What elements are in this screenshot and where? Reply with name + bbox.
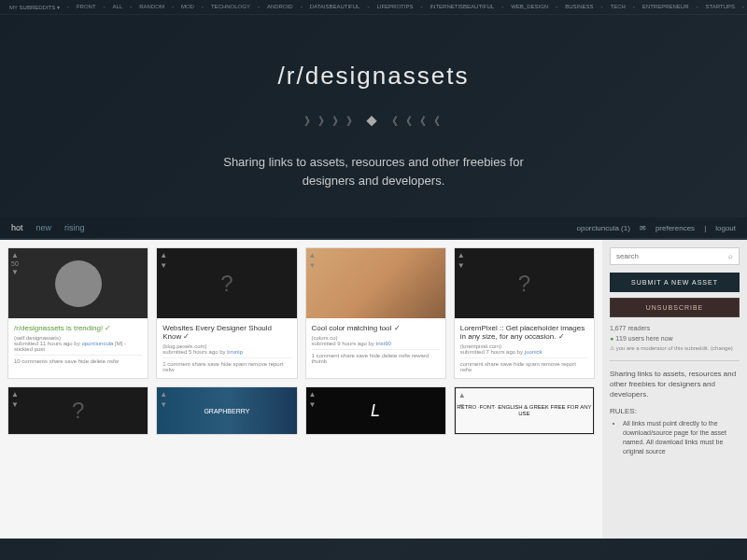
post-thumbnail[interactable]: ▲50▼	[8, 248, 148, 318]
post-actions[interactable]: 1 comment share save hide delete nsfw re…	[312, 349, 440, 364]
downvote-icon[interactable]: ▼	[11, 400, 19, 409]
downvote-icon[interactable]: ▼	[11, 268, 19, 276]
post-card: GRAPHBERRY▲▼	[156, 386, 297, 435]
mail-icon[interactable]: ✉	[640, 224, 646, 232]
post-thumbnail[interactable]: ▲▼	[306, 248, 445, 318]
rules-heading: RULES:	[610, 407, 740, 415]
author-link[interactable]: juonick	[525, 349, 543, 355]
post-meta: (self.designassets)submitted 11 hours ag…	[14, 335, 142, 352]
post-card: ?▲▼	[7, 386, 148, 435]
sort-hot[interactable]: hot	[11, 223, 23, 232]
preferences-link[interactable]: preferences	[655, 224, 695, 232]
post-meta: (blog.pexels.com)submitted 5 hours ago b…	[162, 343, 290, 355]
downvote-icon[interactable]: ▼	[160, 261, 167, 270]
upvote-icon[interactable]: ▲	[309, 390, 317, 399]
vote-widget: ▲▼	[458, 391, 466, 411]
decorative-divider: 》》》》 ◆ 《《《《	[19, 114, 728, 130]
unsubscribe-button[interactable]: UNSUBSCRIBE	[610, 298, 740, 317]
post-meta: (lorempixel.com)submitted 7 hours ago by…	[460, 343, 588, 355]
post-actions[interactable]: 1 comment share save hide spam remove re…	[162, 357, 290, 372]
nav-link[interactable]: FRONT	[77, 4, 96, 10]
nav-link[interactable]: ENTREPRENEUR	[642, 4, 689, 10]
upvote-icon[interactable]: ▲	[160, 390, 167, 399]
vote-widget: ▲▼	[309, 390, 317, 409]
nav-link[interactable]: DATAISBEAUTIFUL	[310, 4, 360, 10]
post-card: L▲▼	[305, 386, 446, 435]
subreddit-title: /r/designassets	[19, 62, 728, 91]
downvote-icon[interactable]: ▼	[458, 261, 465, 270]
nav-link[interactable]: TECHNOLOGY	[211, 4, 250, 10]
post-title[interactable]: /r/designassets is trending! ✓	[14, 324, 142, 332]
post-meta: (colors.co)submitted 9 hours ago by tris…	[312, 335, 440, 346]
hero: /r/designassets 》》》》 ◆ 《《《《 Sharing link…	[0, 15, 747, 217]
sort-new[interactable]: new	[36, 223, 52, 232]
author-link[interactable]: oporciuncula	[81, 341, 113, 346]
upvote-icon[interactable]: ▲	[458, 391, 466, 400]
nav-link[interactable]: TECH	[610, 4, 625, 10]
sidebar: ⌕ SUBMIT A NEW ASSET UNSUBSCRIBE 1,677 r…	[602, 240, 747, 539]
post-card: ?▲▼LoremPixel :: Get placeholder images …	[454, 247, 595, 379]
post-thumbnail[interactable]: ?▲▼	[455, 248, 594, 318]
post-title[interactable]: LoremPixel :: Get placeholder images in …	[460, 324, 588, 341]
sidebar-description: Sharing links to assets, resources and o…	[610, 360, 740, 400]
sort-bar: hotnewrising oporciuncula (1) ✉ preferen…	[0, 217, 747, 240]
rule-item: All links must point directly to the dow…	[623, 419, 740, 455]
rules-list: All links must point directly to the dow…	[610, 419, 740, 455]
author-link[interactable]: trist90	[376, 341, 391, 346]
vote-widget: ▲▼	[11, 390, 19, 409]
search-icon[interactable]: ⌕	[723, 248, 739, 264]
moderator-note: ⚠ you are a moderator of this subreddit.…	[610, 345, 740, 353]
vote-score: 50	[11, 260, 19, 267]
nav-link[interactable]: MOD	[181, 4, 194, 10]
nav-link[interactable]: ALL	[113, 4, 123, 10]
post-actions[interactable]: 10 comments share save hide delete nsfw	[14, 355, 142, 364]
nav-link[interactable]: LIFEPROTIPS	[376, 4, 413, 10]
downvote-icon[interactable]: ▼	[458, 402, 466, 412]
logout-link[interactable]: logout	[715, 224, 736, 232]
nav-link[interactable]: INTERNETISBEAUTIFUL	[430, 4, 494, 10]
nav-link[interactable]: STARTUPS	[706, 4, 735, 10]
nav-link[interactable]: WEB_DESIGN	[511, 4, 548, 10]
sort-rising[interactable]: rising	[64, 223, 85, 232]
tagline: Sharing links to assets, resources and o…	[205, 153, 542, 189]
reader-count: 1,677 readers	[610, 325, 740, 331]
nav-link[interactable]: MY SUBREDDITS ▾	[9, 4, 60, 10]
post-thumbnail[interactable]: RETRO ·FONT· ENGLISH & GREEK FREE FOR AN…	[455, 387, 594, 434]
search-input[interactable]	[611, 248, 723, 264]
separator: |	[704, 224, 706, 232]
vote-widget: ▲50▼	[11, 251, 19, 276]
post-card: RETRO ·FONT· ENGLISH & GREEK FREE FOR AN…	[454, 386, 595, 435]
nav-link[interactable]: BUSINESS	[565, 4, 593, 10]
username-link[interactable]: oporciuncula (1)	[577, 224, 630, 232]
post-card: ▲50▼/r/designassets is trending! ✓(self.…	[7, 247, 148, 379]
nav-link[interactable]: RANDOM	[139, 4, 164, 10]
post-thumbnail[interactable]: ?▲▼	[157, 248, 296, 318]
author-link[interactable]: brunip	[227, 349, 243, 355]
post-thumbnail[interactable]: ?▲▼	[8, 387, 148, 434]
upvote-icon[interactable]: ▲	[309, 251, 317, 259]
downvote-icon[interactable]: ▼	[160, 400, 167, 409]
top-nav: MY SUBREDDITS ▾ - FRONT - ALL - RANDOM -…	[0, 0, 747, 15]
downvote-icon[interactable]: ▼	[309, 261, 317, 270]
post-title[interactable]: Websites Every Designer Should Know ✓	[162, 324, 290, 341]
post-card: ?▲▼Websites Every Designer Should Know ✓…	[156, 247, 297, 379]
downvote-icon[interactable]: ▼	[309, 400, 317, 409]
submit-button[interactable]: SUBMIT A NEW ASSET	[610, 273, 740, 292]
post-actions[interactable]: comment share save hide spam remove repo…	[460, 357, 588, 372]
vote-widget: ▲▼	[160, 390, 167, 409]
upvote-icon[interactable]: ▲	[11, 390, 19, 399]
nav-link[interactable]: ANDROID	[267, 4, 293, 10]
search-box: ⌕	[610, 247, 740, 265]
vote-widget: ▲▼	[309, 251, 317, 270]
upvote-icon[interactable]: ▲	[160, 251, 167, 259]
vote-widget: ▲▼	[458, 251, 465, 270]
vote-widget: ▲▼	[160, 251, 167, 270]
post-grid: ▲50▼/r/designassets is trending! ✓(self.…	[0, 240, 602, 539]
post-title[interactable]: Cool color matching tool ✓	[312, 324, 440, 332]
post-thumbnail[interactable]: L▲▼	[306, 387, 445, 434]
upvote-icon[interactable]: ▲	[11, 251, 19, 259]
post-thumbnail[interactable]: GRAPHBERRY▲▼	[157, 387, 296, 434]
online-count: ● 119 users here now	[610, 335, 740, 342]
post-card: ▲▼Cool color matching tool ✓(colors.co)s…	[305, 247, 446, 379]
upvote-icon[interactable]: ▲	[458, 251, 465, 259]
